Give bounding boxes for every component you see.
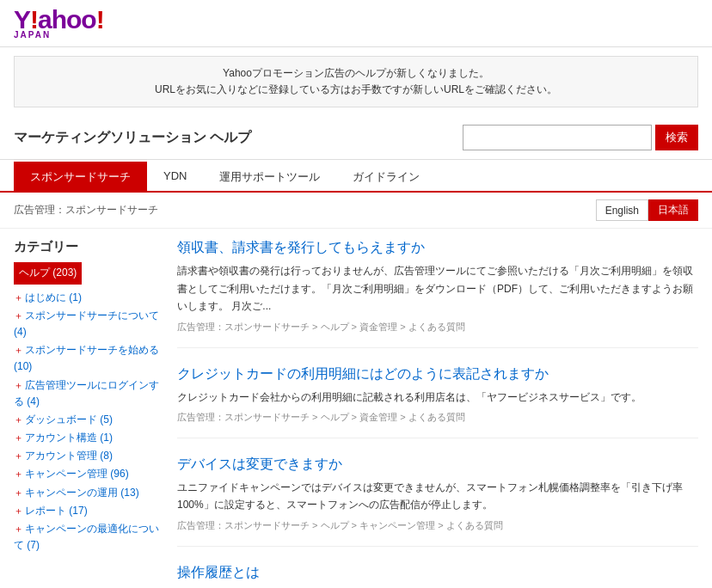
sidebar-link-about[interactable]: スポンサードサーチについて (4) [14,309,159,338]
sidebar-item-dashboard[interactable]: ＋ダッシュボード (5) [14,412,160,428]
article-4: 操作履歴とは 操作履歴では、広告管理ツール上で行った操作履歴を参照できます。操作… [177,564,698,588]
search-button[interactable]: 検索 [655,125,698,150]
sidebar-item-start[interactable]: ＋スポンサードサーチを始める (10) [14,342,160,375]
sidebar-link-campaign-management[interactable]: キャンペーン管理 (96) [25,468,129,480]
yahoo-logo-text: Y!ahoo! [14,7,104,33]
lang-japanese-button[interactable]: 日本語 [648,199,698,221]
sidebar-item-help[interactable]: ヘルプ (203) [14,262,160,287]
tab-sponsored-search[interactable]: スポンサードサーチ [14,162,147,193]
article-1-body: 請求書や領収書の発行は行っておりませんが、広告管理ツールにてご参照いただける「月… [177,262,698,315]
logo: Y!ahoo! JAPAN [14,7,698,40]
sidebar-link-start[interactable]: スポンサードサーチを始める (10) [14,344,159,372]
plus-icon-campaign-operation: ＋ [14,487,23,498]
tab-support-tools[interactable]: 運用サポートツール [203,162,336,193]
sidebar-item-campaign-management[interactable]: ＋キャンペーン管理 (96) [14,466,160,482]
site-title: マーケティングソリューション ヘルプ [14,129,251,147]
plus-icon-account-management: ＋ [14,450,23,461]
plus-icon-about: ＋ [14,310,23,321]
notice-banner: Yahooプロモーション広告のヘルプが新しくなりました。 URLをお気に入りなど… [14,56,698,107]
tab-guidelines[interactable]: ガイドライン [336,162,436,193]
article-4-title[interactable]: 操作履歴とは [177,564,698,582]
sidebar-item-account-management[interactable]: ＋アカウント管理 (8) [14,448,160,464]
sidebar-link-reports[interactable]: レポート (17) [25,505,88,517]
article-1-title[interactable]: 領収書、請求書を発行してもらえますか [177,239,698,257]
sidebar-item-login[interactable]: ＋広告管理ツールにログインする (4) [14,377,160,410]
sidebar-title: カテゴリー [14,239,160,255]
sidebar-item-campaign-operation[interactable]: ＋キャンペーンの運用 (13) [14,485,160,501]
sidebar-item-reports[interactable]: ＋レポート (17) [14,503,160,519]
article-1: 領収書、請求書を発行してもらえますか 請求書や領収書の発行は行っておりませんが、… [177,239,698,347]
sidebar-item-intro[interactable]: ＋はじめに (1) [14,290,160,306]
sidebar-link-account-management[interactable]: アカウント管理 (8) [25,450,113,462]
plus-icon-optimization: ＋ [14,524,23,534]
article-3-body: ユニファイドキャンペーンではデバイスは変更できませんが、スマートフォン札幌価格調… [177,479,698,514]
article-3-path: 広告管理：スポンサードサーチ > ヘルプ > キャンペーン管理 > よくある質問 [177,519,698,532]
sidebar-item-account-structure[interactable]: ＋アカウント構造 (1) [14,430,160,446]
nav-tabs: スポンサードサーチ YDN 運用サポートツール ガイドライン [0,160,712,193]
language-switcher: English 日本語 [596,199,698,221]
lang-english-button[interactable]: English [596,199,648,221]
plus-icon-dashboard: ＋ [14,414,23,425]
article-3: デバイスは変更できますか ユニファイドキャンペーンではデバイスは変更できませんが… [177,456,698,547]
sidebar-link-login[interactable]: 広告管理ツールにログインする (4) [14,379,159,407]
article-2-path: 広告管理：スポンサードサーチ > ヘルプ > 資金管理 > よくある質問 [177,411,698,424]
sidebar-link-campaign-operation[interactable]: キャンペーンの運用 (13) [25,487,139,499]
article-2: クレジットカードの利用明細にはどのように表記されますか クレジットカード会社から… [177,365,698,438]
sidebar-active-item[interactable]: ヘルプ (203) [14,262,82,284]
plus-icon-start: ＋ [14,345,23,355]
plus-icon-campaign-management: ＋ [14,469,23,479]
sidebar: カテゴリー ヘルプ (203) ＋はじめに (1) ＋スポンサードサーチについて… [14,239,160,588]
sidebar-link-intro[interactable]: はじめに (1) [25,291,82,303]
notice-line2: URLをお気に入りなどに登録している方はお手数ですが新しいURLをご確認ください… [28,82,684,98]
plus-icon-login: ＋ [14,380,23,390]
article-2-body: クレジットカード会社からの利用明細に記載される利用店名は、「ヤフービジネスサービ… [177,389,698,406]
breadcrumb: 広告管理：スポンサードサーチ [14,203,158,217]
japan-label: JAPAN [14,31,104,40]
article-3-title[interactable]: デバイスは変更できますか [177,456,698,474]
sidebar-item-optimization[interactable]: ＋キャンペーンの最適化について (7) [14,521,160,554]
search-input[interactable] [463,125,652,150]
plus-icon-intro: ＋ [14,292,23,303]
sidebar-link-dashboard[interactable]: ダッシュボード (5) [25,413,113,426]
tab-ydn[interactable]: YDN [147,162,203,193]
content-area: 領収書、請求書を発行してもらえますか 請求書や領収書の発行は行っておりませんが、… [177,239,698,588]
plus-icon-reports: ＋ [14,505,23,516]
sidebar-item-about[interactable]: ＋スポンサードサーチについて (4) [14,308,160,340]
plus-icon-account-structure: ＋ [14,432,23,443]
article-2-title[interactable]: クレジットカードの利用明細にはどのように表記されますか [177,365,698,383]
sidebar-link-optimization[interactable]: キャンペーンの最適化について (7) [14,523,159,551]
notice-line1: Yahooプロモーション広告のヘルプが新しくなりました。 [28,65,684,82]
article-1-path: 広告管理：スポンサードサーチ > ヘルプ > 資金管理 > よくある質問 [177,321,698,334]
sidebar-link-account-structure[interactable]: アカウント構造 (1) [25,432,113,444]
